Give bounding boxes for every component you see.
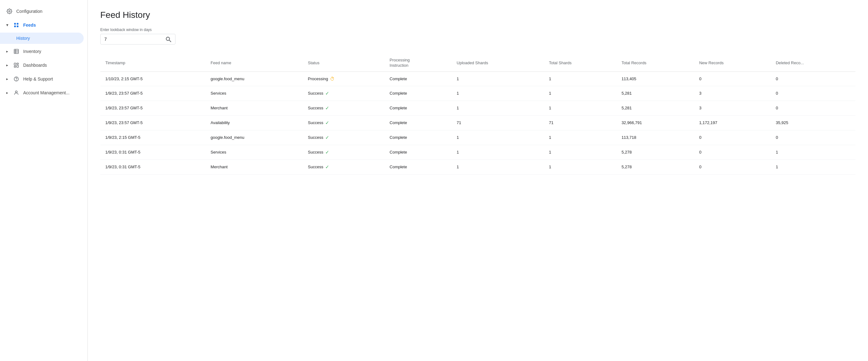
sidebar-item-configuration[interactable]: Configuration [0, 5, 84, 18]
lookback-input-wrap [100, 34, 176, 44]
cell-processing-instruction: Complete [384, 71, 452, 86]
cell-uploaded-shards: 1 [452, 145, 544, 159]
cell-total-shards: 1 [544, 86, 617, 100]
cell-total-shards: 1 [544, 100, 617, 115]
cell-deleted-records: 1 [771, 145, 856, 159]
svg-rect-9 [14, 63, 16, 65]
sidebar-item-label: History [16, 36, 30, 41]
cell-status: Processing ⏱ [303, 71, 385, 86]
cell-uploaded-shards: 1 [452, 130, 544, 145]
cell-total-records: 32,966,791 [616, 115, 694, 130]
cell-total-records: 113,718 [616, 130, 694, 145]
sidebar-item-history[interactable]: History [0, 33, 84, 44]
cell-timestamp: 1/9/23, 0:31 GMT-5 [100, 159, 206, 174]
cell-timestamp: 1/10/23, 2:15 GMT-5 [100, 71, 206, 86]
cell-deleted-records: 0 [771, 130, 856, 145]
check-icon: ✓ [325, 164, 329, 170]
search-button[interactable] [165, 36, 172, 42]
cell-new-records: 0 [694, 145, 771, 159]
cell-timestamp: 1/9/23, 23:57 GMT-5 [100, 100, 206, 115]
cell-total-shards: 1 [544, 71, 617, 86]
cell-uploaded-shards: 1 [452, 71, 544, 86]
cell-new-records: 0 [694, 130, 771, 145]
svg-point-0 [9, 11, 10, 12]
page-title: Feed History [100, 10, 856, 20]
cell-feed-name: Merchant [206, 100, 303, 115]
sidebar-item-help[interactable]: ▸ Help & Support [0, 73, 84, 85]
cell-total-records: 5,278 [616, 145, 694, 159]
search-row [100, 34, 856, 44]
svg-point-16 [166, 37, 169, 40]
col-total-shards: Total Shards [544, 55, 617, 71]
help-arrow-icon: ▸ [6, 77, 8, 81]
status-cell: Success ✓ [308, 105, 380, 111]
cell-timestamp: 1/9/23, 23:57 GMT-5 [100, 115, 206, 130]
cell-new-records: 3 [694, 100, 771, 115]
cell-processing-instruction: Complete [384, 145, 452, 159]
sidebar-item-feeds[interactable]: ▾ Feeds [0, 19, 84, 31]
status-cell: Success ✓ [308, 120, 380, 126]
sidebar-item-label: Feeds [23, 23, 36, 28]
svg-point-14 [16, 80, 17, 80]
cell-uploaded-shards: 71 [452, 115, 544, 130]
sidebar-item-account[interactable]: ▸ Account Management... [0, 87, 84, 99]
status-cell: Processing ⏱ [308, 76, 380, 82]
cell-deleted-records: 0 [771, 100, 856, 115]
table-row: 1/9/23, 0:31 GMT-5 Services Success ✓ Co… [100, 145, 856, 159]
cell-total-shards: 1 [544, 159, 617, 174]
sidebar-item-label: Help & Support [23, 77, 53, 82]
svg-rect-5 [14, 49, 19, 54]
col-timestamp: Timestamp [100, 55, 206, 71]
check-icon: ✓ [325, 120, 329, 126]
help-icon [13, 76, 20, 82]
inventory-arrow-icon: ▸ [6, 49, 8, 54]
status-cell: Success ✓ [308, 91, 380, 96]
cell-processing-instruction: Complete [384, 115, 452, 130]
cell-timestamp: 1/9/23, 2:15 GMT-5 [100, 130, 206, 145]
cell-feed-name: google.food_menu [206, 71, 303, 86]
sidebar: Configuration ▾ Feeds History ▸ Invento [0, 0, 88, 361]
col-total-records: Total Records [616, 55, 694, 71]
table-row: 1/9/23, 23:57 GMT-5 Availability Success… [100, 115, 856, 130]
cell-timestamp: 1/9/23, 23:57 GMT-5 [100, 86, 206, 100]
cell-new-records: 1,172,197 [694, 115, 771, 130]
status-cell: Success ✓ [308, 135, 380, 140]
feeds-arrow-icon: ▾ [6, 23, 8, 27]
check-icon: ✓ [325, 135, 329, 140]
svg-rect-3 [14, 26, 16, 27]
svg-rect-12 [14, 66, 16, 67]
cell-status: Success ✓ [303, 130, 385, 145]
cell-status: Success ✓ [303, 100, 385, 115]
clock-icon: ⏱ [330, 76, 335, 82]
sidebar-item-label: Inventory [23, 49, 41, 54]
sidebar-item-inventory[interactable]: ▸ Inventory [0, 45, 84, 58]
svg-rect-1 [14, 23, 16, 25]
cell-total-records: 5,281 [616, 86, 694, 100]
check-icon: ✓ [325, 105, 329, 111]
dashboards-arrow-icon: ▸ [6, 63, 8, 67]
col-deleted-records: Deleted Reco... [771, 55, 856, 71]
svg-rect-11 [17, 65, 19, 67]
sidebar-item-label: Dashboards [23, 63, 47, 68]
table-row: 1/10/23, 2:15 GMT-5 google.food_menu Pro… [100, 71, 856, 86]
status-cell: Success ✓ [308, 164, 380, 170]
lookback-section: Enter lookback window in days [100, 28, 856, 44]
cell-deleted-records: 0 [771, 71, 856, 86]
svg-line-17 [169, 40, 171, 42]
cell-status: Success ✓ [303, 145, 385, 159]
cell-uploaded-shards: 1 [452, 86, 544, 100]
cell-status: Success ✓ [303, 86, 385, 100]
cell-status: Success ✓ [303, 159, 385, 174]
cell-feed-name: google.food_menu [206, 130, 303, 145]
col-new-records: New Records [694, 55, 771, 71]
cell-deleted-records: 35,925 [771, 115, 856, 130]
table-icon [13, 48, 20, 55]
gear-icon [6, 8, 12, 14]
cell-processing-instruction: Complete [384, 130, 452, 145]
sidebar-item-dashboards[interactable]: ▸ Dashboards [0, 59, 84, 71]
lookback-input[interactable] [104, 37, 165, 42]
cell-total-records: 5,278 [616, 159, 694, 174]
table-row: 1/9/23, 23:57 GMT-5 Merchant Success ✓ C… [100, 100, 856, 115]
cell-feed-name: Services [206, 145, 303, 159]
cell-processing-instruction: Complete [384, 159, 452, 174]
